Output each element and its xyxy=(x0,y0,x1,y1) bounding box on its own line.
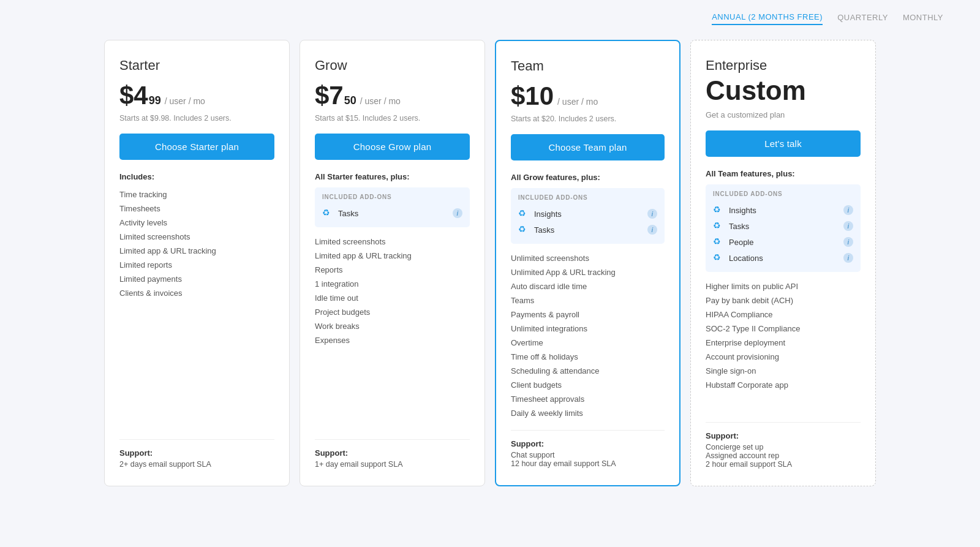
enterprise-support-1: Concierge set up xyxy=(706,443,861,451)
list-item: Account provisioning xyxy=(706,350,861,364)
grow-price-row: $7 50 / user / mo xyxy=(315,81,470,110)
grow-addon-tasks-name: Tasks xyxy=(338,209,358,218)
team-addons-box: INCLUDED ADD-ONS ♻ Insights i ♻ Tasks i xyxy=(511,188,665,244)
choose-starter-button[interactable]: Choose Starter plan xyxy=(119,134,274,160)
choose-team-button[interactable]: Choose Team plan xyxy=(511,134,665,160)
grow-price-period: / user / mo xyxy=(360,96,401,106)
ent-locations-icon: ♻ xyxy=(713,252,724,263)
enterprise-custom-label: Custom xyxy=(706,76,861,105)
ent-addon-people-name: People xyxy=(729,238,753,247)
starter-price-cents: 99 xyxy=(149,94,161,107)
enterprise-support-2: Assigned account rep xyxy=(706,451,861,460)
grow-price-dollar: $7 xyxy=(315,81,344,110)
list-item: Payments & payroll xyxy=(511,307,665,322)
team-addon-tasks-name: Tasks xyxy=(534,225,554,235)
list-item: Single sign-on xyxy=(706,364,861,378)
starter-support-text: 2+ days email support SLA xyxy=(119,460,274,469)
list-item: Clients & invoices xyxy=(119,286,274,300)
insights-info-icon[interactable]: i xyxy=(647,209,657,219)
enterprise-custom-sub: Get a customized plan xyxy=(706,110,861,119)
ent-locations-info-icon[interactable]: i xyxy=(843,253,853,263)
ent-tasks-icon: ♻ xyxy=(713,221,724,232)
list-item: SOC-2 Type II Compliance xyxy=(706,322,861,336)
list-item: Teams xyxy=(511,293,665,307)
plans-container: Starter $4 99 / user / mo Starts at $9.9… xyxy=(104,40,876,486)
ent-addon-tasks-name: Tasks xyxy=(729,222,749,231)
grow-support: Support: 1+ day email support SLA xyxy=(315,439,470,469)
team-includes-label: All Grow features, plus: xyxy=(511,173,665,182)
list-item: Limited app & URL tracking xyxy=(119,244,274,258)
list-item: Daily & weekly limits xyxy=(511,406,665,420)
grow-addon-tasks: ♻ Tasks i xyxy=(322,205,462,221)
list-item: Limited screenshots xyxy=(315,235,470,249)
ent-addon-locations-name: Locations xyxy=(729,254,763,263)
team-addon-insights: ♻ Insights i xyxy=(518,206,657,222)
list-item: Timesheet approvals xyxy=(511,392,665,406)
enterprise-addons-label: INCLUDED ADD-ONS xyxy=(713,191,853,197)
enterprise-support: Support: Concierge set up Assigned accou… xyxy=(706,422,861,469)
team-plan-name: Team xyxy=(511,58,665,74)
ent-addon-insights-name: Insights xyxy=(729,206,756,215)
team-price-period: / user / mo xyxy=(557,97,598,107)
list-item: Scheduling & attendance xyxy=(511,364,665,378)
tasks-info-icon2[interactable]: i xyxy=(647,225,657,235)
starter-includes-label: Includes: xyxy=(119,172,274,181)
list-item: Unlimited App & URL tracking xyxy=(511,265,665,279)
ent-insights-info-icon[interactable]: i xyxy=(843,205,853,215)
starter-support: Support: 2+ days email support SLA xyxy=(119,439,274,469)
plan-enterprise: Enterprise Custom Get a customized plan … xyxy=(690,40,876,486)
team-price-row: $10 / user / mo xyxy=(511,81,665,111)
list-item: Hubstaff Corporate app xyxy=(706,378,861,392)
team-support-chat: Chat support xyxy=(511,451,665,459)
grow-addons-box: INCLUDED ADD-ONS ♻ Tasks i xyxy=(315,187,470,227)
team-support-email: 12 hour day email support SLA xyxy=(511,459,665,468)
team-feature-list: Unlimited screenshots Unlimited App & UR… xyxy=(511,251,665,420)
tab-annual[interactable]: ANNUAL (2 MONTHS FREE) xyxy=(712,12,823,25)
list-item: Limited screenshots xyxy=(119,230,274,244)
enterprise-addon-tasks: ♻ Tasks i xyxy=(713,218,853,234)
plan-starter: Starter $4 99 / user / mo Starts at $9.9… xyxy=(104,40,290,486)
tasks-info-icon[interactable]: i xyxy=(453,208,462,218)
team-starts-at: Starts at $20. Includes 2 users. xyxy=(511,115,665,123)
list-item: Project budgets xyxy=(315,305,470,319)
grow-includes-label: All Starter features, plus: xyxy=(315,172,470,181)
enterprise-addon-insights: ♻ Insights i xyxy=(713,202,853,218)
grow-support-label: Support: xyxy=(315,448,470,458)
plan-grow: Grow $7 50 / user / mo Starts at $15. In… xyxy=(300,40,485,486)
ent-people-info-icon[interactable]: i xyxy=(843,237,853,247)
starter-feature-list: Time tracking Timesheets Activity levels… xyxy=(119,187,274,429)
grow-support-text: 1+ day email support SLA xyxy=(315,460,470,469)
choose-enterprise-button[interactable]: Let's talk xyxy=(706,130,861,157)
list-item: Overtime xyxy=(511,336,665,350)
choose-grow-button[interactable]: Choose Grow plan xyxy=(315,134,470,160)
starter-plan-name: Starter xyxy=(119,58,274,74)
list-item: Expenses xyxy=(315,333,470,347)
list-item: Unlimited integrations xyxy=(511,322,665,336)
list-item: Unlimited screenshots xyxy=(511,251,665,265)
starter-starts-at: Starts at $9.98. Includes 2 users. xyxy=(119,114,274,123)
tab-quarterly[interactable]: QUARTERLY xyxy=(837,12,888,25)
list-item: Time tracking xyxy=(119,187,274,202)
starter-price-period: / user / mo xyxy=(165,96,205,106)
tab-monthly[interactable]: MONTHLY xyxy=(903,12,943,25)
starter-price-row: $4 99 / user / mo xyxy=(119,81,274,110)
list-item: Idle time out xyxy=(315,291,470,305)
list-item: Limited app & URL tracking xyxy=(315,249,470,263)
enterprise-addons-box: INCLUDED ADD-ONS ♻ Insights i ♻ Tasks i … xyxy=(706,184,861,272)
insights-icon: ♻ xyxy=(518,208,529,219)
plan-team: Team $10 / user / mo Starts at $20. Incl… xyxy=(495,40,680,486)
list-item: Timesheets xyxy=(119,202,274,216)
team-support: Support: Chat support 12 hour day email … xyxy=(511,430,665,468)
grow-feature-list: Limited screenshots Limited app & URL tr… xyxy=(315,235,470,429)
ent-insights-icon: ♻ xyxy=(713,205,724,216)
team-addon-tasks: ♻ Tasks i xyxy=(518,222,657,238)
list-item: Higher limits on public API xyxy=(706,279,861,293)
enterprise-support-3: 2 hour email support SLA xyxy=(706,460,861,469)
list-item: 1 integration xyxy=(315,277,470,291)
ent-tasks-info-icon[interactable]: i xyxy=(843,221,853,231)
team-addon-insights-name: Insights xyxy=(534,209,562,219)
list-item: Limited reports xyxy=(119,258,274,272)
team-addons-label: INCLUDED ADD-ONS xyxy=(518,194,657,201)
list-item: Auto discard idle time xyxy=(511,279,665,293)
tasks-icon: ♻ xyxy=(322,208,333,219)
